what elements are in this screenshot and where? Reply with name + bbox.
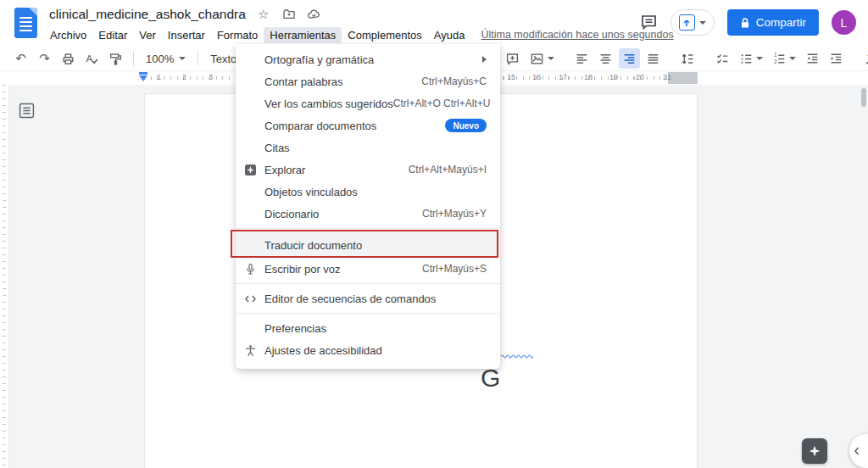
ruler-number: 17 bbox=[559, 73, 567, 81]
bulleted-list-caret-icon bbox=[756, 57, 763, 60]
justify-icon[interactable] bbox=[643, 48, 664, 69]
menubar: Archivo Editar Ver Insertar Formato Herr… bbox=[44, 26, 674, 43]
account-avatar[interactable]: L bbox=[832, 10, 856, 35]
move-to-folder-icon[interactable] bbox=[281, 7, 297, 22]
menu-item-label: Editor de secuencias de comandos bbox=[264, 292, 436, 305]
menu-item-label: Comparar documentos bbox=[264, 120, 376, 132]
menu-complementos[interactable]: Complementos bbox=[342, 27, 427, 43]
undo-icon[interactable]: ↶ bbox=[10, 48, 31, 69]
ruler-number: 1 bbox=[157, 73, 161, 81]
menu-item-ver-cambios[interactable]: Ver los cambios sugeridos Ctrl+Alt+O Ctr… bbox=[236, 92, 500, 114]
menu-item-contar-palabras[interactable]: Contar palabras Ctrl+Mayús+C bbox=[236, 70, 500, 92]
menu-item-comparar-documentos[interactable]: Comparar documentos Nuevo bbox=[236, 114, 500, 136]
docs-logo-icon[interactable] bbox=[14, 8, 37, 38]
menu-item-explorar[interactable]: Explorar Ctrl+Alt+Mayús+I bbox=[236, 159, 500, 181]
ruler-number: 2 bbox=[182, 73, 186, 81]
menu-item-label: Preferencias bbox=[264, 322, 326, 335]
ruler-number: 15 bbox=[507, 73, 515, 81]
align-left-icon[interactable] bbox=[571, 48, 593, 69]
menu-ver[interactable]: Ver bbox=[133, 27, 162, 43]
menu-item-shortcut: Ctrl+Alt+O Ctrl+Alt+U bbox=[393, 98, 491, 109]
ruler-number: 19 bbox=[609, 73, 618, 81]
hide-side-panel-button[interactable] bbox=[849, 434, 868, 468]
numbered-list-caret-icon bbox=[789, 57, 796, 60]
clear-formatting-icon[interactable]: T bbox=[860, 48, 868, 69]
menu-divider bbox=[236, 228, 500, 229]
svg-text:1: 1 bbox=[774, 52, 777, 58]
ruler-number: 20 bbox=[636, 73, 644, 81]
present-button[interactable] bbox=[670, 9, 715, 36]
zoom-select[interactable]: 100% bbox=[141, 48, 191, 69]
menu-item-shortcut: Ctrl+Mayús+Y bbox=[422, 208, 487, 220]
star-icon[interactable]: ☆ bbox=[256, 7, 271, 22]
bulleted-list-icon[interactable] bbox=[736, 48, 766, 69]
ruler-number: 16 bbox=[532, 73, 541, 81]
code-icon bbox=[243, 292, 257, 305]
menu-ayuda[interactable]: Ayuda bbox=[428, 27, 471, 43]
menu-item-preferencias[interactable]: Preferencias bbox=[236, 317, 500, 339]
lock-icon bbox=[740, 17, 750, 29]
numbered-list-icon[interactable]: 12 bbox=[769, 48, 799, 69]
chevron-left-icon bbox=[851, 445, 863, 457]
menu-item-citas[interactable]: Citas bbox=[236, 136, 500, 159]
ruler-right-margin bbox=[668, 72, 698, 84]
checklist-icon[interactable] bbox=[712, 48, 733, 69]
print-icon[interactable] bbox=[58, 48, 79, 69]
insert-image-icon[interactable] bbox=[526, 48, 558, 69]
menu-item-editor-secuencias[interactable]: Editor de secuencias de comandos bbox=[236, 287, 500, 309]
share-label: Compartir bbox=[756, 16, 806, 29]
vertical-scrollbar[interactable] bbox=[861, 88, 866, 107]
title-row: clinical_medicine_ashok_chandra ☆ bbox=[49, 7, 322, 22]
first-line-indent-marker[interactable] bbox=[139, 72, 147, 75]
align-center-icon[interactable] bbox=[595, 48, 616, 69]
explore-icon bbox=[243, 163, 257, 176]
menu-item-diccionario[interactable]: Diccionario Ctrl+Mayús+Y bbox=[236, 203, 500, 225]
paint-format-icon[interactable] bbox=[105, 48, 126, 69]
spelling-squiggle bbox=[501, 354, 533, 359]
menu-item-ortografia[interactable]: Ortografía y gramática bbox=[236, 48, 500, 70]
menu-item-objetos-vinculados[interactable]: Objetos vinculados bbox=[236, 181, 500, 203]
red-highlight-box bbox=[231, 230, 498, 258]
redo-icon[interactable]: ↷ bbox=[34, 48, 55, 69]
cloud-saved-icon[interactable] bbox=[307, 7, 322, 22]
ruler-number: 21 bbox=[663, 73, 671, 81]
accessibility-icon bbox=[243, 343, 257, 357]
menu-item-label: Objetos vinculados bbox=[264, 186, 358, 198]
zoom-caret-icon bbox=[179, 57, 186, 60]
menu-insertar[interactable]: Insertar bbox=[162, 27, 211, 43]
add-comment-icon[interactable] bbox=[502, 48, 523, 69]
ruler-number: 18 bbox=[584, 73, 593, 81]
insert-image-caret-icon bbox=[548, 57, 554, 60]
menu-item-escribir-por-voz[interactable]: Escribir por voz Ctrl+Mayús+S bbox=[236, 258, 500, 280]
tools-menu-panel: Ortografía y gramática Contar palabras C… bbox=[236, 44, 500, 369]
decrease-indent-icon[interactable] bbox=[802, 48, 823, 69]
document-title[interactable]: clinical_medicine_ashok_chandra bbox=[49, 7, 246, 22]
menu-item-shortcut: Ctrl+Mayús+S bbox=[422, 263, 487, 275]
show-outline-icon[interactable] bbox=[16, 100, 36, 120]
ruler-number: 3 bbox=[209, 73, 213, 81]
menu-item-label: Contar palabras bbox=[264, 75, 343, 88]
zoom-value: 100% bbox=[146, 53, 174, 65]
menu-editar[interactable]: Editar bbox=[92, 27, 133, 43]
menu-item-ajustes-accesibilidad[interactable]: Ajustes de accesibilidad bbox=[236, 339, 500, 361]
line-spacing-icon[interactable] bbox=[677, 48, 698, 69]
present-arrow-icon bbox=[679, 14, 695, 31]
menu-item-label: Ver los cambios sugeridos bbox=[264, 98, 393, 110]
menu-formato[interactable]: Formato bbox=[211, 27, 264, 43]
menu-herramientas[interactable]: Herramientas bbox=[264, 27, 342, 43]
increase-indent-icon[interactable] bbox=[826, 48, 847, 69]
comments-icon[interactable] bbox=[640, 14, 658, 31]
present-caret-icon bbox=[699, 21, 706, 25]
menu-archivo[interactable]: Archivo bbox=[44, 27, 92, 43]
menu-item-label: Explorar bbox=[264, 164, 305, 176]
menu-divider bbox=[236, 313, 500, 314]
menu-item-label: Escribir por voz bbox=[264, 263, 341, 276]
align-right-icon[interactable] bbox=[619, 48, 640, 69]
topbar-actions: Compartir L bbox=[640, 9, 856, 36]
menu-item-label: Ortografía y gramática bbox=[264, 53, 374, 66]
left-indent-marker[interactable] bbox=[139, 75, 147, 81]
spellcheck-icon[interactable]: A bbox=[81, 48, 103, 69]
topbar: clinical_medicine_ashok_chandra ☆ Archiv… bbox=[0, 0, 868, 46]
explore-fab[interactable] bbox=[802, 438, 827, 464]
share-button[interactable]: Compartir bbox=[727, 9, 819, 36]
